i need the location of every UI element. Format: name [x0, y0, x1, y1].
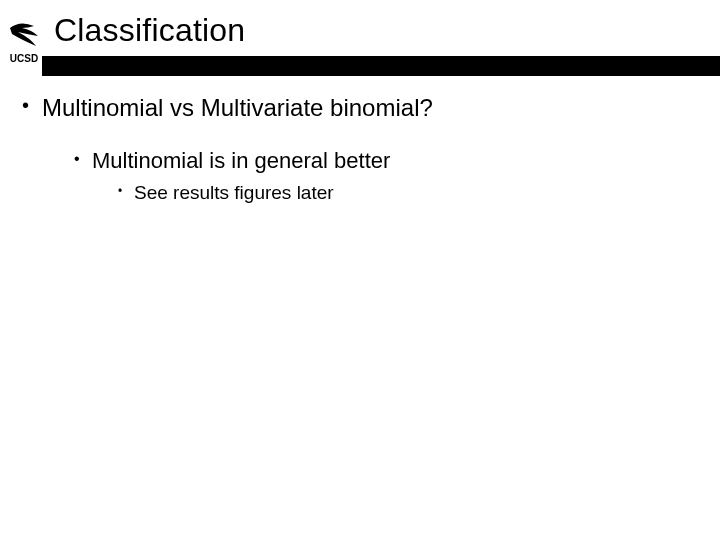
slide: UCSD Classification Multinomial vs Multi…	[0, 0, 720, 540]
bullet-list-level2: Multinomial is in general better See res…	[72, 146, 700, 205]
bullet-list-level3: See results figures later	[116, 180, 700, 206]
slide-body: Multinomial vs Multivariate binomial? Mu…	[20, 92, 700, 230]
slide-title: Classification	[54, 12, 245, 49]
bullet-level2-item: Multinomial is in general better See res…	[72, 146, 700, 205]
bullet-level3-item: See results figures later	[116, 180, 700, 206]
bullet-level2-text: Multinomial is in general better	[92, 148, 390, 173]
slide-header: UCSD Classification	[0, 0, 720, 78]
logo-text: UCSD	[10, 53, 38, 64]
ucsd-logo: UCSD	[8, 18, 40, 66]
bullet-level1-text: Multinomial vs Multivariate binomial?	[42, 94, 433, 121]
title-underline-bar	[42, 56, 720, 76]
bullet-level1-item: Multinomial vs Multivariate binomial? Mu…	[20, 92, 700, 206]
bullet-level3-text: See results figures later	[134, 182, 334, 203]
bullet-list-level1: Multinomial vs Multivariate binomial? Mu…	[20, 92, 700, 206]
